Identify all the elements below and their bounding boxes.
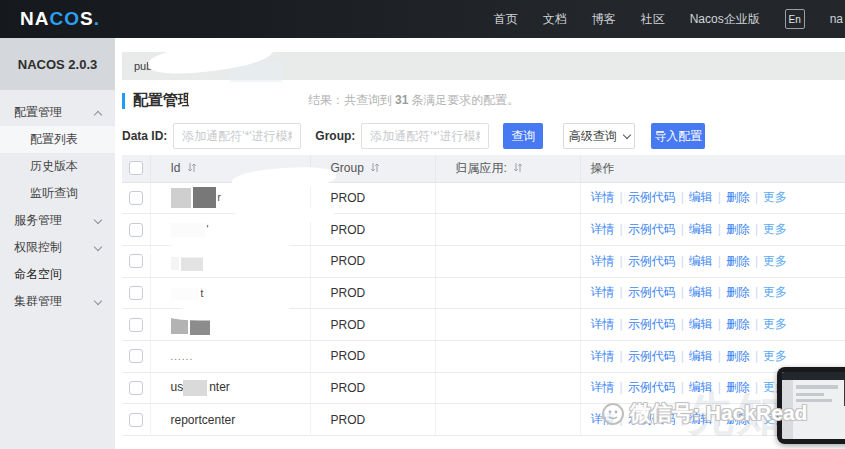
- more-link[interactable]: 更多: [763, 254, 787, 268]
- sidebar-item-config-management[interactable]: 配置管理: [0, 99, 115, 126]
- sample-code-link[interactable]: 示例代码: [628, 317, 676, 331]
- result-count: 31: [395, 93, 408, 107]
- row-actions: 详情|示例代码|编辑|删除|更多: [580, 277, 845, 309]
- delete-link[interactable]: 删除: [726, 190, 750, 204]
- app-cell: [435, 372, 580, 404]
- app-cell: [435, 214, 580, 246]
- sidebar-item-service-management[interactable]: 服务管理: [0, 207, 115, 234]
- sample-code-link[interactable]: 示例代码: [628, 380, 676, 394]
- data-id-input[interactable]: [173, 123, 301, 149]
- nav-item-enterprise[interactable]: Nacos企业版: [690, 11, 760, 28]
- top-navbar: NACOS. 首页 文档 博客 社区 Nacos企业版 En na: [0, 0, 845, 38]
- row-checkbox[interactable]: [129, 191, 143, 205]
- row-checkbox[interactable]: [129, 254, 143, 268]
- row-actions: 详情|示例代码|编辑|删除|更多: [580, 245, 845, 277]
- redaction-box: [171, 188, 191, 208]
- edit-link[interactable]: 编辑: [689, 285, 713, 299]
- select-all-checkbox[interactable]: [129, 161, 143, 175]
- delete-link[interactable]: 删除: [726, 222, 750, 236]
- detail-link[interactable]: 详情: [591, 317, 615, 331]
- detail-link[interactable]: 详情: [591, 285, 615, 299]
- detail-link[interactable]: 详情: [591, 349, 615, 363]
- search-button[interactable]: 查询: [503, 123, 543, 149]
- sidebar-item-permission-control[interactable]: 权限控制: [0, 234, 115, 261]
- sidebar-item-cluster-management[interactable]: 集群管理: [0, 288, 115, 315]
- edit-link[interactable]: 编辑: [689, 190, 713, 204]
- table-row: ...... PROD 详情|示例代码|编辑|删除|更多: [122, 340, 845, 372]
- group-label: Group:: [315, 129, 355, 143]
- row-checkbox[interactable]: [129, 318, 143, 332]
- group-input[interactable]: [361, 123, 489, 149]
- group-cell: PROD: [310, 340, 435, 372]
- row-actions: 详情|示例代码|编辑|删除|更多: [580, 309, 845, 341]
- edit-link[interactable]: 编辑: [689, 222, 713, 236]
- sidebar-item-namespace[interactable]: 命名空间: [0, 261, 115, 288]
- row-checkbox[interactable]: [129, 223, 143, 237]
- detail-link[interactable]: 详情: [591, 254, 615, 268]
- delete-link[interactable]: 删除: [726, 254, 750, 268]
- sidebar-item-config-list[interactable]: 配置列表: [0, 126, 115, 153]
- sample-code-link[interactable]: 示例代码: [628, 190, 676, 204]
- data-id-cell: ......: [150, 340, 310, 372]
- redaction-box: [193, 187, 216, 208]
- row-checkbox[interactable]: [129, 381, 143, 395]
- chevron-down-icon: [94, 243, 102, 251]
- app-cell: [435, 340, 580, 372]
- import-config-button[interactable]: 导入配置: [651, 123, 705, 149]
- logo-co: CO: [49, 8, 80, 29]
- nav-item-blog[interactable]: 博客: [592, 11, 616, 28]
- more-link[interactable]: 更多: [763, 285, 787, 299]
- table-header-row: Id Group 归属应用: 操作: [122, 155, 845, 182]
- sample-code-link[interactable]: 示例代码: [628, 349, 676, 363]
- table-row: r PROD 详情|示例代码|编辑|删除|更多: [122, 182, 845, 214]
- delete-link[interactable]: 删除: [726, 349, 750, 363]
- sample-code-link[interactable]: 示例代码: [628, 285, 676, 299]
- top-menu: 首页 文档 博客 社区 Nacos企业版 En na: [494, 9, 837, 29]
- chevron-down-icon: [94, 297, 102, 305]
- data-id-label: Data ID:: [122, 129, 167, 143]
- sidebar-item-history[interactable]: 历史版本: [0, 153, 115, 180]
- redaction-box: [171, 288, 199, 300]
- sample-code-link[interactable]: 示例代码: [628, 254, 676, 268]
- row-checkbox[interactable]: [129, 413, 143, 427]
- row-checkbox[interactable]: [129, 286, 143, 300]
- delete-link[interactable]: 删除: [726, 285, 750, 299]
- sort-icon[interactable]: [370, 162, 380, 173]
- nav-item-community[interactable]: 社区: [641, 11, 665, 28]
- redaction-box: [171, 223, 205, 237]
- nav-item-home[interactable]: 首页: [494, 11, 518, 28]
- language-toggle-button[interactable]: En: [785, 9, 805, 29]
- sample-code-link[interactable]: 示例代码: [628, 222, 676, 236]
- chevron-down-icon: [623, 130, 631, 138]
- nacos-logo[interactable]: NACOS.: [20, 8, 100, 30]
- more-link[interactable]: 更多: [763, 190, 787, 204]
- detail-link[interactable]: 详情: [591, 380, 615, 394]
- detail-link[interactable]: 详情: [591, 222, 615, 236]
- data-id-cell: reportcenter: [150, 404, 310, 436]
- delete-link[interactable]: 删除: [726, 317, 750, 331]
- edit-link[interactable]: 编辑: [689, 254, 713, 268]
- group-cell: PROD: [310, 309, 435, 341]
- sort-icon[interactable]: [187, 162, 197, 173]
- sort-icon[interactable]: [513, 162, 523, 173]
- advanced-query-button[interactable]: 高级查询: [563, 123, 635, 149]
- app-cell: [435, 277, 580, 309]
- thumbnail-topbar: [782, 372, 845, 380]
- sidebar-item-listener-query[interactable]: 监听查询: [0, 180, 115, 207]
- query-result-text: 结果：共查询到31条满足要求的配置。: [308, 92, 519, 109]
- app-cell: [435, 404, 580, 436]
- row-checkbox[interactable]: [129, 349, 143, 363]
- more-link[interactable]: 更多: [763, 349, 787, 363]
- sidebar-menu: 配置管理 配置列表 历史版本 监听查询 服务管理 权限控制 命名空间 集群管理: [0, 90, 115, 315]
- more-link[interactable]: 更多: [763, 222, 787, 236]
- username-label[interactable]: na: [830, 12, 843, 26]
- nav-item-docs[interactable]: 文档: [543, 11, 567, 28]
- edit-link[interactable]: 编辑: [689, 349, 713, 363]
- column-header-app[interactable]: 归属应用:: [435, 155, 580, 182]
- detail-link[interactable]: 详情: [591, 190, 615, 204]
- logo-dot: .: [94, 8, 100, 29]
- more-link[interactable]: 更多: [763, 317, 787, 331]
- face-watermark-icon: [598, 400, 626, 428]
- title-accent-bar: [122, 93, 125, 109]
- edit-link[interactable]: 编辑: [689, 317, 713, 331]
